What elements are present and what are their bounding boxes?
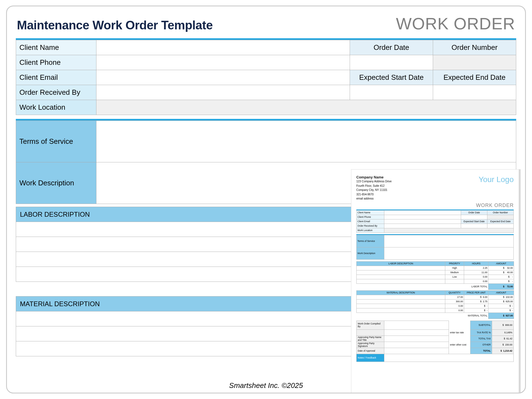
preview-company: Company Name — [356, 175, 392, 179]
p-h: MATERIAL DESCRIPTION — [357, 290, 445, 295]
p-lbl: Work Description — [357, 247, 384, 259]
p-s: 1,210.42 — [503, 349, 512, 352]
template-preview: Company Name 123 Company Address Drive F… — [351, 169, 519, 393]
p-total-lbl: LABOR TOTAL — [357, 283, 488, 290]
preview-wo: WORK ORDER — [356, 203, 514, 208]
label-order-number: Order Number — [433, 40, 516, 55]
label-order-received-by: Order Received By — [16, 85, 96, 100]
field-work-location[interactable] — [96, 100, 516, 115]
p-s: OTHER — [470, 342, 492, 348]
p-c: High — [445, 266, 464, 270]
p-c: - — [512, 309, 513, 312]
p-c: - — [512, 305, 513, 307]
p-hint: enter tax rate — [449, 329, 470, 336]
field-client-email[interactable] — [96, 70, 350, 85]
field-client-name[interactable] — [96, 40, 350, 55]
field-terms[interactable] — [96, 121, 516, 162]
p-h: AMOUNT — [488, 290, 514, 295]
p-h: HOURS — [464, 261, 488, 266]
p-c: 0.00 — [445, 308, 464, 313]
p-h: LABOR DESCRIPTION — [357, 261, 445, 266]
label-expected-end: Expected End Date — [433, 70, 516, 85]
p-lbl: Order Number — [487, 210, 514, 215]
p-lbl: Client Name — [357, 210, 384, 215]
p-c: 40.00 — [507, 271, 513, 274]
p-lbl: Client Phone — [357, 215, 384, 219]
p-hint: enter other cost — [449, 342, 470, 348]
label-order-date: Order Date — [350, 40, 433, 55]
p-s: 6.148% — [492, 329, 514, 336]
label-client-name: Client Name — [16, 40, 96, 55]
labor-desc-header: LABOR DESCRIPTION — [16, 207, 406, 222]
labor-desc-cell[interactable] — [16, 252, 406, 267]
p-c: 0.00 — [464, 275, 488, 279]
p-c: 0.00 — [464, 279, 488, 283]
field-order-number[interactable] — [433, 55, 516, 70]
client-info-table: Client Name Order Date Order Number Clie… — [16, 40, 516, 115]
preview-addr-4: email address — [356, 196, 392, 201]
p-c: 0.00 — [445, 304, 464, 308]
header: Maintenance Work Order Template WORK ORD… — [16, 14, 516, 33]
p-lbl: Expected End Date — [487, 219, 514, 224]
p-lbl: Terms of Service — [357, 235, 384, 247]
field-client-phone[interactable] — [96, 55, 350, 70]
material-desc-header: MATERIAL DESCRIPTION — [16, 296, 406, 311]
template-card: Maintenance Work Order Template WORK ORD… — [6, 6, 526, 393]
preview-addr-3: 321-654-9870 — [356, 192, 392, 197]
label-client-phone: Client Phone — [16, 55, 96, 70]
p-c: 11.00 — [464, 270, 488, 275]
p-c: - — [487, 305, 487, 307]
p-c: 300.00 — [445, 299, 464, 304]
label-work-location: Work Location — [16, 100, 96, 115]
label-work-desc: Work Description — [16, 162, 96, 204]
field-expected-start[interactable] — [350, 85, 433, 100]
page-title: Maintenance Work Order Template — [17, 18, 213, 32]
p-s: 61.42 — [507, 337, 512, 340]
p-c: Medium — [445, 270, 464, 275]
p-c: - — [487, 309, 487, 312]
p-c: - — [512, 280, 513, 283]
p-s: 150.00 — [505, 343, 512, 346]
p-lbl: Client Email — [357, 219, 384, 224]
p-c: 2.25 — [464, 266, 488, 270]
label-client-email: Client Email — [16, 70, 96, 85]
p-s-lbl: Date of Approval — [357, 348, 384, 354]
material-desc-cell[interactable] — [16, 341, 406, 356]
p-c: - — [512, 275, 513, 278]
p-c: 102.00 — [506, 296, 513, 298]
preview-addr-0: 123 Company Address Drive — [356, 179, 392, 184]
preview-addr-1: Fourth Floor, Suite 412 — [356, 184, 392, 188]
field-expected-end[interactable] — [433, 85, 516, 100]
p-c: 6.00 — [483, 296, 487, 298]
label-terms: Terms of Service — [16, 121, 96, 162]
labor-desc-cell[interactable] — [16, 267, 406, 282]
p-h: QUANTITY — [445, 290, 464, 295]
p-s-lbl: Work Order Compiled By — [357, 321, 384, 329]
p-h: PRICE PER UNIT — [464, 290, 488, 295]
p-c: Low — [445, 275, 464, 279]
labor-desc-cell[interactable] — [16, 237, 406, 252]
p-c — [445, 279, 464, 283]
p-c: 2.75 — [483, 300, 487, 303]
p-s: 999.00 — [505, 324, 512, 326]
p-notes: Notes / Feedback — [357, 354, 384, 362]
preview-logo: Your Logo — [479, 175, 514, 184]
work-order-label: WORK ORDER — [396, 14, 515, 33]
field-order-received-by[interactable] — [96, 85, 350, 100]
preview-addr-2: Company City, NY 11101 — [356, 188, 392, 192]
p-total: 72.00 — [507, 285, 513, 288]
p-s-lbl: Approving Party Signature — [357, 342, 384, 348]
label-expected-start: Expected Start Date — [350, 70, 433, 85]
p-total: 927.00 — [506, 314, 513, 317]
p-s: SUBTOTAL — [470, 321, 492, 329]
p-h: PRIORITY — [445, 261, 464, 266]
field-order-date[interactable] — [350, 55, 433, 70]
p-lbl: Work Location — [357, 228, 384, 232]
p-s-lbl: Approving Party Name and Title — [357, 336, 384, 342]
material-desc-cell[interactable] — [16, 326, 406, 341]
p-c: 17.00 — [445, 295, 464, 299]
p-lbl: Order Date — [461, 210, 487, 215]
material-desc-cell[interactable] — [16, 311, 406, 326]
labor-desc-cell[interactable] — [16, 222, 406, 237]
p-c: 825.00 — [506, 300, 513, 303]
